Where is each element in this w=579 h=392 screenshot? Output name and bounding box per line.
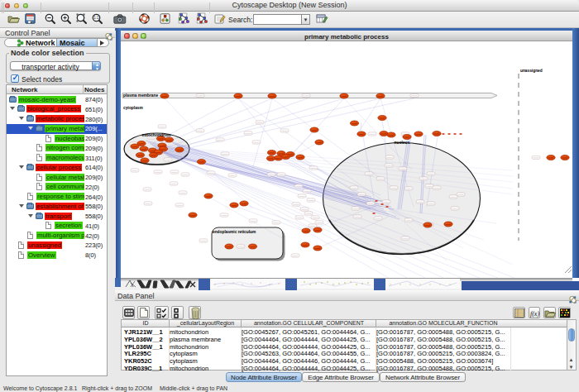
- svg-text:unassigned: unassigned: [520, 69, 543, 73]
- svg-text:plasma membrane: plasma membrane: [123, 93, 158, 98]
- svg-text:1:1: 1:1: [93, 16, 99, 20]
- svg-text:mitochondrion: mitochondrion: [142, 132, 171, 137]
- svg-text:nucleus: nucleus: [395, 140, 410, 145]
- svg-text:cytoplasm: cytoplasm: [123, 106, 143, 110]
- svg-text:endoplasmic reticulum: endoplasmic reticulum: [213, 230, 256, 234]
- svg-text:f(x): f(x): [530, 310, 539, 318]
